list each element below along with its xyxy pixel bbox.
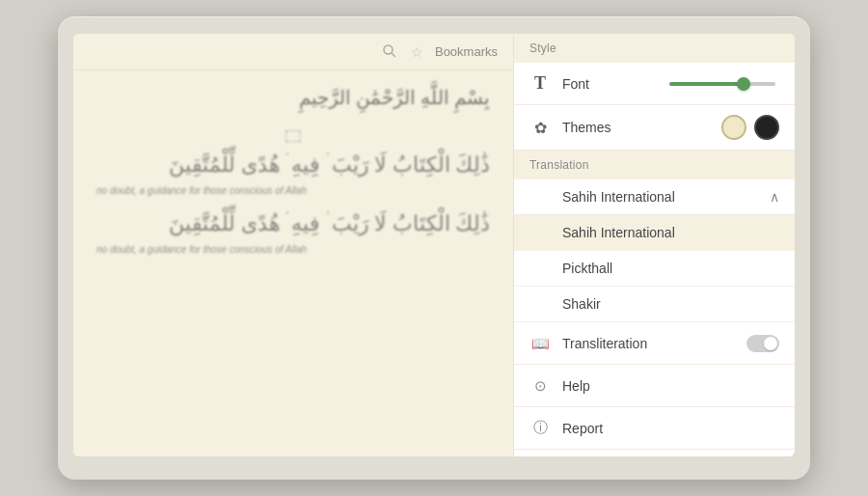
ayah-translation-2: no doubt, a guidance for those conscious… [96, 244, 490, 255]
theme-light-button[interactable] [721, 115, 746, 140]
report-row[interactable]: ⓘ Report [514, 407, 795, 450]
report-icon: ⓘ [529, 418, 551, 439]
ayah-arabic-1: ذَٰلِكَ الْكِتَابُ لَا رَيْبَ ۛ فِيهِ ۛ … [96, 152, 490, 178]
help-icon: ⊙ [529, 375, 551, 397]
laptop-shell: ☆ Bookmarks بِسْمِ اللَّهِ الرَّحْمَٰنِ … [58, 16, 810, 480]
top-bar: ☆ Bookmarks [73, 34, 513, 70]
translation-selected-label: Sahih International [529, 189, 675, 205]
main-content: ☆ Bookmarks بِسْمِ اللَّهِ الرَّحْمَٰنِ … [73, 34, 513, 456]
translation-section-header: Translation [514, 151, 795, 179]
bookmarks-label: Bookmarks [435, 44, 498, 59]
font-slider-wrapper[interactable] [665, 82, 779, 86]
translation-option-shakir[interactable]: Shakir [514, 287, 795, 322]
font-slider[interactable] [669, 82, 775, 86]
transliteration-icon: 📖 [529, 333, 551, 354]
help-label: Help [562, 378, 779, 394]
translation-option-sahih[interactable]: Sahih International [514, 215, 795, 251]
laptop-screen: ☆ Bookmarks بِسْمِ اللَّهِ الرَّحْمَٰنِ … [73, 34, 795, 456]
side-panel: Style T Font ✿ [513, 34, 795, 456]
style-section-header: Style [514, 34, 795, 63]
svg-line-1 [392, 53, 395, 57]
font-slider-track[interactable] [665, 82, 779, 86]
ayah-translation-1: no doubt, a guidance for those conscious… [96, 185, 490, 196]
search-icon[interactable] [382, 43, 399, 61]
star-icon: ☆ [411, 44, 423, 60]
themes-label: Themes [562, 120, 710, 135]
help-row[interactable]: ⊙ Help [514, 365, 795, 407]
translation-option-pickthall[interactable]: Pickthall [514, 251, 795, 287]
themes-row: ✿ Themes [514, 105, 795, 151]
toggle-thumb [764, 337, 777, 350]
transliteration-row: 📖 Transliteration [514, 322, 795, 365]
themes-icon: ✿ [529, 117, 551, 138]
svg-point-0 [384, 45, 393, 54]
font-slider-thumb[interactable] [737, 77, 750, 91]
report-label: Report [562, 421, 779, 436]
themes-options [721, 115, 779, 140]
font-label: Font [562, 76, 654, 92]
transliteration-toggle-wrapper [746, 335, 779, 352]
chevron-up-icon: ∧ [770, 189, 779, 205]
translation-dropdown[interactable]: Sahih International ∧ [514, 179, 795, 215]
ayah-arabic-2: ذَٰلِكَ الْكِتَابُ لَا رَيْبَ ۛ فِيهِ ۛ … [96, 211, 490, 236]
theme-dark-button[interactable] [754, 115, 779, 140]
arabic-content: بِسْمِ اللَّهِ الرَّحْمَٰنِ الرَّحِيمِ ۝… [73, 70, 513, 456]
transliteration-toggle[interactable] [746, 335, 779, 352]
transliteration-label: Transliteration [562, 336, 735, 351]
font-icon: T [529, 73, 551, 95]
bismillah-text: بِسْمِ اللَّهِ الرَّحْمَٰنِ الرَّحِيمِ [96, 86, 490, 109]
ayah-divider: ۝ [96, 128, 490, 145]
font-row: T Font [514, 63, 795, 105]
